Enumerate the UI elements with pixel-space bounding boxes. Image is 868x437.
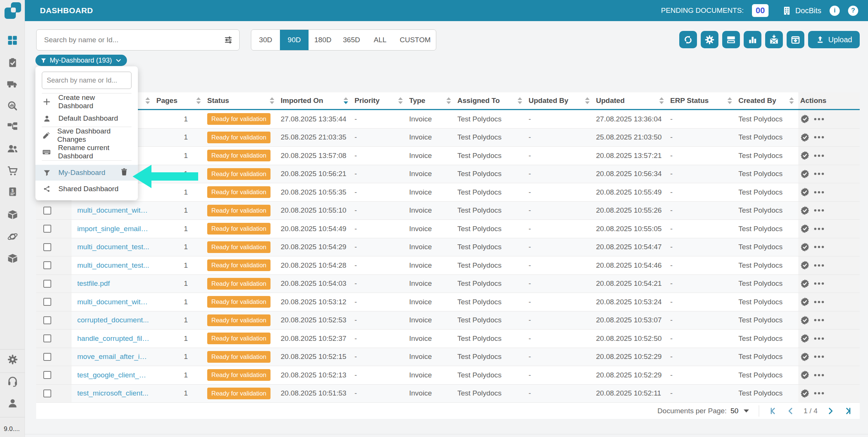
sidebar-item-integrations[interactable]	[0, 228, 25, 245]
sidebar-item-dashboard[interactable]	[0, 32, 25, 49]
menu-item-create-dashboard[interactable]: Create new Dashboard	[35, 94, 138, 110]
more-actions-button[interactable]	[814, 118, 824, 120]
validate-action-button[interactable]	[800, 389, 810, 398]
sort-icon-updated[interactable]	[659, 97, 664, 104]
next-page-button[interactable]	[826, 406, 835, 416]
menu-item-rename-dashboard[interactable]: Rename current Dashboard	[35, 144, 138, 160]
column-header-updated_by[interactable]: Updated By	[527, 92, 594, 109]
document-name-link[interactable]: test_microsoft_client...	[77, 389, 148, 397]
tab-365d[interactable]: 365D	[337, 30, 366, 50]
export-box-button[interactable]	[787, 31, 804, 48]
sort-icon-updated_by[interactable]	[585, 97, 590, 104]
document-name-link[interactable]: handle_corrupted_file...	[77, 334, 150, 343]
per-page-value[interactable]: 50	[730, 407, 738, 415]
sidebar-item-workflow[interactable]	[0, 118, 25, 135]
validate-action-button[interactable]	[800, 187, 810, 197]
more-actions-button[interactable]	[814, 228, 824, 230]
delete-dashboard-trash-icon[interactable]	[120, 168, 128, 178]
column-header-imported[interactable]: Imported On	[279, 92, 353, 109]
sort-icon-assigned[interactable]	[518, 97, 522, 104]
document-name-link[interactable]: import_single_email_...	[77, 225, 150, 233]
sidebar-item-tasks[interactable]	[0, 54, 25, 71]
column-header-assigned[interactable]: Assigned To	[455, 92, 527, 109]
sidebar-item-orders[interactable]	[0, 163, 25, 179]
info-icon[interactable]: i	[830, 6, 840, 16]
prev-page-button[interactable]	[786, 406, 795, 416]
column-header-status[interactable]: Status	[205, 92, 279, 109]
first-page-button[interactable]	[769, 406, 778, 416]
row-checkbox[interactable]	[43, 280, 51, 288]
help-icon[interactable]: ?	[848, 6, 858, 16]
validate-action-button[interactable]	[800, 242, 810, 252]
more-actions-button[interactable]	[814, 337, 824, 340]
sort-icon-erp[interactable]	[727, 97, 732, 104]
sync-button[interactable]	[679, 31, 697, 48]
row-checkbox[interactable]	[43, 207, 51, 215]
analytics-button[interactable]	[744, 31, 761, 48]
validate-action-button[interactable]	[800, 206, 810, 215]
column-header-priority[interactable]: Priority	[353, 92, 407, 109]
row-checkbox[interactable]	[43, 225, 51, 233]
more-actions-button[interactable]	[814, 155, 824, 157]
document-name-link[interactable]: testfile.pdf	[77, 279, 110, 288]
sidebar-item-invoices[interactable]: $	[0, 183, 25, 200]
tab-custom[interactable]: CUSTOM	[394, 30, 436, 50]
sidebar-item-products[interactable]	[0, 250, 25, 267]
more-actions-button[interactable]	[814, 173, 824, 175]
sort-icon-priority[interactable]	[398, 97, 403, 104]
dashboard-settings-button[interactable]	[701, 31, 718, 48]
row-checkbox[interactable]	[43, 389, 51, 397]
sort-icon-status[interactable]	[270, 97, 274, 104]
more-actions-button[interactable]	[814, 264, 824, 267]
sidebar-item-analytics[interactable]	[0, 98, 25, 114]
row-checkbox[interactable]	[43, 243, 51, 251]
tab-180d[interactable]: 180D	[309, 30, 337, 50]
validate-action-button[interactable]	[800, 352, 810, 362]
more-actions-button[interactable]	[814, 136, 824, 138]
row-checkbox[interactable]	[43, 316, 51, 324]
sort-icon-created_by[interactable]	[789, 97, 794, 104]
more-actions-button[interactable]	[814, 392, 824, 394]
per-page-caret-icon[interactable]	[744, 409, 749, 412]
validate-action-button[interactable]	[800, 370, 810, 380]
filter-tune-icon[interactable]	[223, 35, 233, 45]
document-name-link[interactable]: move_email_after_im...	[77, 353, 150, 361]
menu-item-my-dashboard[interactable]: My-Dashboard	[35, 165, 138, 181]
document-name-link[interactable]: multi_document_test...	[77, 243, 149, 251]
document-name-link[interactable]: test_google_client_20...	[77, 371, 150, 379]
sort-icon-name[interactable]	[145, 97, 150, 104]
menu-item-default-dashboard[interactable]: Default Dashboard	[35, 110, 138, 127]
dashboard-search-input[interactable]	[47, 77, 127, 84]
more-actions-button[interactable]	[814, 282, 824, 285]
column-header-created_by[interactable]: Created By	[737, 92, 798, 109]
sort-icon-pages[interactable]	[196, 97, 201, 104]
validate-action-button[interactable]	[800, 133, 810, 142]
validate-action-button[interactable]	[800, 261, 810, 270]
tab-90d[interactable]: 90D	[280, 30, 309, 50]
validate-action-button[interactable]	[800, 297, 810, 307]
document-name-link[interactable]: multi_document_with...	[77, 206, 150, 215]
more-actions-button[interactable]	[814, 246, 824, 248]
menu-item-save-dashboard[interactable]: Save Dashboard Changes	[35, 127, 138, 144]
row-checkbox[interactable]	[43, 261, 51, 269]
tab-30d[interactable]: 30D	[251, 30, 280, 50]
validate-action-button[interactable]	[800, 334, 810, 343]
column-header-type[interactable]: Type	[407, 92, 455, 109]
validate-action-button[interactable]	[800, 224, 810, 233]
sort-icon-type[interactable]	[446, 97, 451, 104]
validate-action-button[interactable]	[800, 316, 810, 325]
mail-import-button[interactable]	[765, 31, 783, 48]
column-header-updated[interactable]: Updated	[594, 92, 668, 109]
last-page-button[interactable]	[843, 406, 852, 416]
more-actions-button[interactable]	[814, 356, 824, 358]
document-name-link[interactable]: corrupted_document...	[77, 316, 149, 324]
menu-item-shared-dashboard[interactable]: Shared Dashbaord	[35, 181, 138, 197]
validate-action-button[interactable]	[800, 151, 810, 160]
row-checkbox[interactable]	[43, 353, 51, 361]
scanner-button[interactable]	[722, 31, 740, 48]
sidebar-item-settings[interactable]	[0, 351, 25, 368]
sidebar-item-shipments[interactable]	[0, 76, 25, 92]
search-input[interactable]	[44, 36, 223, 44]
app-logo[interactable]	[0, 2, 25, 20]
document-name-link[interactable]: multi_document_test...	[77, 261, 149, 270]
